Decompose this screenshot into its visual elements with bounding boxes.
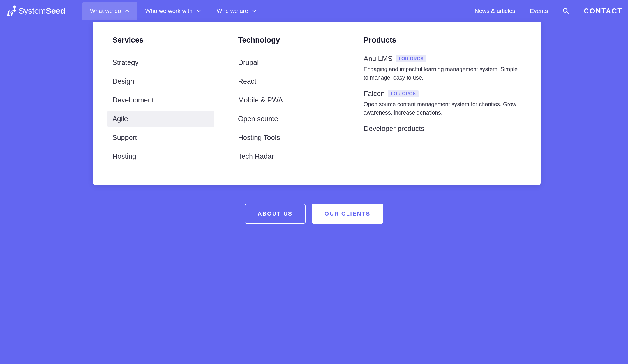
nav-primary: What we do Who we work with Who we are — [82, 2, 264, 20]
hero-buttons: ABOUT US OUR CLIENTS — [0, 204, 628, 224]
product-name: Falcon — [364, 90, 385, 98]
menu-link-hosting-tools[interactable]: Hosting Tools — [233, 130, 340, 146]
menu-column-technology: Technology Drupal React Mobile & PWA Ope… — [238, 36, 364, 167]
menu-link-hosting[interactable]: Hosting — [107, 148, 214, 164]
nav-link-news[interactable]: News & articles — [475, 8, 515, 14]
menu-link-design[interactable]: Design — [107, 73, 214, 89]
product-link-falcon[interactable]: Falcon FOR ORGS — [364, 90, 521, 98]
product-badge: FOR ORGS — [396, 55, 426, 62]
menu-link-strategy[interactable]: Strategy — [107, 55, 214, 71]
product-anu-lms: Anu LMS FOR ORGS Engaging and impactful … — [364, 55, 521, 82]
nav-link-events[interactable]: Events — [530, 8, 548, 14]
about-us-button[interactable]: ABOUT US — [245, 204, 305, 224]
nav-item-who-we-work-with[interactable]: Who we work with — [137, 2, 209, 20]
svg-line-4 — [567, 12, 569, 14]
product-description: Engaging and impactful learning manageme… — [364, 65, 521, 82]
nav-secondary: News & articles Events CONTACT — [475, 7, 622, 15]
chevron-up-icon — [125, 10, 130, 12]
nav-label: What we do — [90, 8, 121, 14]
chevron-down-icon — [197, 10, 201, 12]
menu-heading-products: Products — [364, 36, 521, 45]
product-name: Anu LMS — [364, 55, 392, 63]
logo[interactable]: SystemSeed — [6, 5, 65, 17]
menu-column-products: Products Anu LMS FOR ORGS Engaging and i… — [364, 36, 521, 167]
logo-text-bold: Seed — [46, 6, 65, 15]
nav-label: Who we are — [217, 8, 248, 14]
menu-heading-services: Services — [112, 36, 238, 45]
site-header: SystemSeed What we do Who we work with W… — [0, 0, 628, 22]
product-description: Open source content management system fo… — [364, 100, 521, 117]
svg-point-1 — [14, 10, 16, 12]
menu-link-tech-radar[interactable]: Tech Radar — [233, 148, 340, 164]
svg-point-3 — [563, 8, 567, 12]
menu-link-mobile-pwa[interactable]: Mobile & PWA — [233, 92, 340, 108]
product-link-developer-products[interactable]: Developer products — [364, 125, 521, 133]
chevron-down-icon — [252, 10, 257, 12]
logo-icon — [6, 5, 17, 17]
nav-label: Who we work with — [145, 8, 193, 14]
search-icon[interactable] — [562, 8, 569, 14]
menu-link-development[interactable]: Development — [107, 92, 214, 108]
menu-link-open-source[interactable]: Open source — [233, 111, 340, 127]
logo-text-light: System — [19, 6, 46, 15]
menu-link-agile[interactable]: Agile — [107, 111, 214, 127]
menu-heading-technology: Technology — [238, 36, 364, 45]
contact-link[interactable]: CONTACT — [584, 7, 622, 15]
nav-item-what-we-do[interactable]: What we do — [82, 2, 137, 20]
product-badge: FOR ORGS — [388, 90, 419, 97]
nav-item-who-we-are[interactable]: Who we are — [209, 2, 264, 20]
svg-point-0 — [14, 6, 16, 8]
mega-menu: Services Strategy Design Development Agi… — [93, 22, 541, 185]
product-link-anu-lms[interactable]: Anu LMS FOR ORGS — [364, 55, 521, 63]
menu-link-react[interactable]: React — [233, 73, 340, 89]
menu-column-services: Services Strategy Design Development Agi… — [112, 36, 238, 167]
menu-link-drupal[interactable]: Drupal — [233, 55, 340, 71]
menu-link-support[interactable]: Support — [107, 130, 214, 146]
product-falcon: Falcon FOR ORGS Open source content mana… — [364, 90, 521, 117]
our-clients-button[interactable]: OUR CLIENTS — [312, 204, 383, 224]
